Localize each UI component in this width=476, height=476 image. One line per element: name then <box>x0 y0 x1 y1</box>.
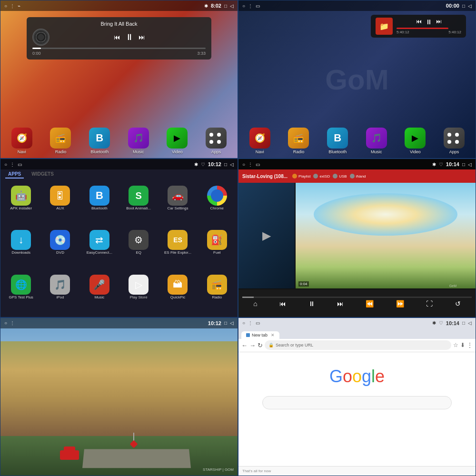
drawer-app-downloads[interactable]: ↓ Downloads <box>2 228 40 270</box>
red-car <box>60 450 79 460</box>
quickpic-icon: 🏔 <box>168 275 188 295</box>
video-rr[interactable]: ⏪ <box>366 300 374 307</box>
video-pause[interactable]: ⏸ <box>308 300 315 307</box>
landscape-bg <box>0 318 238 476</box>
src-extsd[interactable]: extSD <box>313 174 330 178</box>
eq-label: EQ <box>136 251 141 255</box>
screen-icon-6: ▭ <box>256 320 260 326</box>
media-next[interactable]: ⏭ <box>436 18 442 26</box>
drawer-app-boot[interactable]: S Boot Animati... <box>120 184 157 226</box>
drawer-app-fuel[interactable]: ⛽ Fuel <box>198 228 236 270</box>
tab-widgets[interactable]: WIDGETS <box>29 170 57 178</box>
progress-bar[interactable] <box>32 48 206 49</box>
video-return[interactable]: ↺ <box>455 300 461 307</box>
drawer-app-music[interactable]: 🎤 Music <box>81 273 118 315</box>
nav-back[interactable]: ← <box>241 342 248 349</box>
app-bluetooth-2[interactable]: B Bluetooth <box>327 128 348 154</box>
chrome-nav-bar: ← → ↻ 🔒 Search or type URL ☆ ⬇ ⋮ <box>238 339 476 352</box>
video-next[interactable]: ⏭ <box>337 300 344 307</box>
sign <box>129 440 138 448</box>
drawer-app-chrome[interactable]: Chrome <box>198 184 236 226</box>
drawer-app-bluetooth[interactable]: B Bluetooth <box>81 184 118 226</box>
square-icon-4: □ <box>462 162 465 167</box>
drawer-app-ipod[interactable]: 🎵 iPod <box>41 273 79 315</box>
next-button[interactable]: ⏭ <box>139 33 145 41</box>
media-play[interactable]: ⏸ <box>426 18 432 26</box>
app-navi-2[interactable]: 🧭 Navi <box>249 128 270 154</box>
drawer-app-radio[interactable]: 📻 Radio <box>198 273 236 315</box>
drawer-app-carsettings[interactable]: 🚗 Car Settings <box>159 184 196 226</box>
play-button[interactable]: ⏸ <box>125 32 134 42</box>
app-bluetooth-1[interactable]: B Bluetooth <box>89 128 110 154</box>
media-ctrl-row[interactable]: ⏮ ⏸ ⏭ <box>397 18 461 26</box>
app-radio-2[interactable]: 📻 Radio <box>288 128 309 154</box>
app-apps-1[interactable]: Apps <box>206 128 227 154</box>
url-bar[interactable]: 🔒 Search or type URL <box>265 340 451 350</box>
google-search-bar[interactable] <box>262 396 452 409</box>
drawer-app-aux[interactable]: 🎛 AUX <box>41 184 79 226</box>
heart-icon-3: ♡ <box>201 162 205 167</box>
video-sources: Playlist extSD USB iNand <box>292 174 366 178</box>
player-controls[interactable]: ⏮ ⏸ ⏭ <box>53 32 206 42</box>
media-prev[interactable]: ⏮ <box>416 18 422 26</box>
drawer-app-quickpic[interactable]: 🏔 QuickPic <box>159 273 196 315</box>
video-ff[interactable]: ⏩ <box>396 300 404 307</box>
music-drawer-icon: 🎤 <box>89 275 109 295</box>
nav-forward[interactable]: → <box>249 342 256 349</box>
status-left-1: ○ ⋮ ⌁ <box>4 3 20 9</box>
drawer-app-eq[interactable]: ⚙ EQ <box>120 228 157 270</box>
src-inand[interactable]: iNand <box>350 174 366 178</box>
dot-inand <box>350 174 355 178</box>
video-label: Video <box>172 149 183 154</box>
music-label: Music <box>133 149 144 154</box>
drawer-app-dvd[interactable]: 💿 DVD <box>41 228 79 270</box>
apk-icon: 🤖 <box>11 186 31 206</box>
bluetooth-label-2: Bluetooth <box>328 149 347 154</box>
app-music-1[interactable]: 🎵 Music <box>128 128 149 154</box>
square-icon: □ <box>224 3 227 9</box>
video-ctrl-row: ⌂ ⏮ ⏸ ⏭ ⏪ ⏩ ⛶ ↺ <box>238 298 476 309</box>
apps-icon-2 <box>444 128 465 149</box>
car-top <box>64 446 75 451</box>
status-left-3: ○ ⋮ ▭ <box>4 162 22 167</box>
app-grid: 🤖 APK installer 🎛 AUX B Bluetooth S Boot… <box>0 182 238 317</box>
apps-icon <box>206 128 227 149</box>
chrome-footer: That's all for now <box>238 466 476 476</box>
status-time-6: 10:14 <box>446 320 459 326</box>
video-home[interactable]: ⌂ <box>253 300 257 307</box>
app-video-1[interactable]: ▶ Video <box>167 128 188 154</box>
app-apps-2[interactable]: Apps <box>444 128 465 154</box>
video-thumb-left: ▶ <box>238 183 295 288</box>
radio-icon-2: 📻 <box>288 128 309 149</box>
tab-label: New tab <box>252 333 268 337</box>
app-video-2[interactable]: ▶ Video <box>405 128 426 154</box>
bookmark-btn[interactable]: ☆ <box>453 342 458 348</box>
video-prev[interactable]: ⏮ <box>279 300 286 307</box>
tab-close[interactable]: ✕ <box>271 333 275 337</box>
src-usb[interactable]: USB <box>333 174 347 178</box>
download-btn[interactable]: ⬇ <box>460 342 465 348</box>
app-music-2[interactable]: 🎵 Music <box>366 128 387 154</box>
drawer-app-esfile[interactable]: ES ES File Explor... <box>159 228 196 270</box>
back-icon-5: ◁ <box>230 320 234 326</box>
usb-label: USB <box>339 174 347 178</box>
tab-apps[interactable]: APPS <box>5 170 24 178</box>
drawer-app-apk[interactable]: 🤖 APK installer <box>2 184 40 226</box>
screen-icon-2: ▭ <box>256 3 260 9</box>
prev-button[interactable]: ⏮ <box>114 33 120 41</box>
video-fullscreen[interactable]: ⛶ <box>426 300 433 307</box>
more-btn[interactable]: ⋮ <box>467 342 473 348</box>
bluetooth-icon-2: B <box>327 128 348 149</box>
chrome-tab-newtab[interactable]: New tab ✕ <box>241 331 279 339</box>
drawer-app-easyconnect[interactable]: ⇄ EasyConnect... <box>81 228 118 270</box>
drawer-app-gps[interactable]: 🌐 GPS Test Plus <box>2 273 40 315</box>
bluetooth-drawer-icon: B <box>89 186 109 206</box>
video-overlay-time: 0:04 <box>298 281 309 287</box>
src-playlist[interactable]: Playlist <box>292 174 310 178</box>
drawer-app-playstore[interactable]: ▷ Play Store <box>120 273 157 315</box>
app-navi-1[interactable]: 🧭 Navi <box>11 128 32 154</box>
nav-refresh[interactable]: ↻ <box>258 342 263 349</box>
bt-icon-4: ✱ <box>432 162 436 167</box>
app-drawer-tabs: APPS WIDGETS <box>5 170 57 178</box>
app-radio-1[interactable]: 📻 Radio <box>50 128 71 154</box>
